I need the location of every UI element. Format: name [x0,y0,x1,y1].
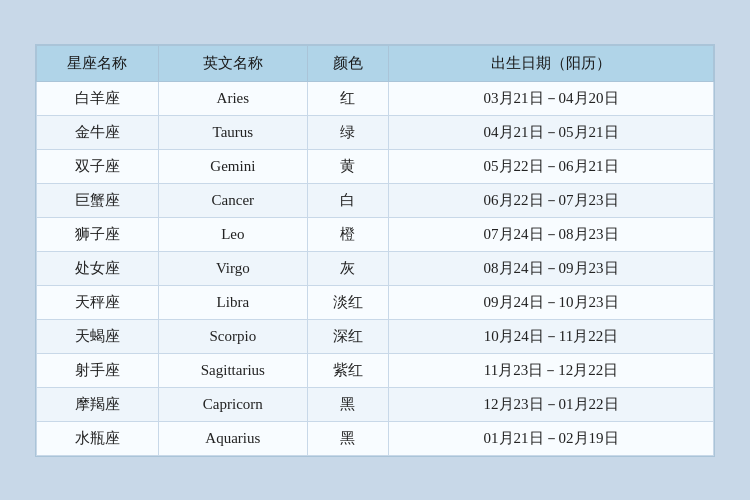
cell-en-6: Libra [158,285,307,319]
cell-en-2: Gemini [158,149,307,183]
cell-color-8: 紫红 [307,353,388,387]
cell-color-3: 白 [307,183,388,217]
cell-zh-3: 巨蟹座 [37,183,159,217]
cell-en-10: Aquarius [158,421,307,455]
cell-date-6: 09月24日－10月23日 [389,285,714,319]
table-row: 双子座Gemini黄05月22日－06月21日 [37,149,714,183]
cell-color-4: 橙 [307,217,388,251]
cell-zh-9: 摩羯座 [37,387,159,421]
cell-zh-6: 天秤座 [37,285,159,319]
cell-en-4: Leo [158,217,307,251]
cell-zh-10: 水瓶座 [37,421,159,455]
cell-date-3: 06月22日－07月23日 [389,183,714,217]
header-date: 出生日期（阳历） [389,45,714,81]
cell-en-8: Sagittarius [158,353,307,387]
cell-date-7: 10月24日－11月22日 [389,319,714,353]
zodiac-table-container: 星座名称 英文名称 颜色 出生日期（阳历） 白羊座Aries红03月21日－04… [35,44,715,457]
header-en: 英文名称 [158,45,307,81]
table-row: 狮子座Leo橙07月24日－08月23日 [37,217,714,251]
cell-color-1: 绿 [307,115,388,149]
cell-date-10: 01月21日－02月19日 [389,421,714,455]
cell-color-6: 淡红 [307,285,388,319]
cell-zh-5: 处女座 [37,251,159,285]
table-row: 金牛座Taurus绿04月21日－05月21日 [37,115,714,149]
cell-color-0: 红 [307,81,388,115]
cell-zh-2: 双子座 [37,149,159,183]
cell-color-7: 深红 [307,319,388,353]
table-row: 处女座Virgo灰08月24日－09月23日 [37,251,714,285]
header-zh: 星座名称 [37,45,159,81]
cell-zh-1: 金牛座 [37,115,159,149]
cell-en-1: Taurus [158,115,307,149]
table-body: 白羊座Aries红03月21日－04月20日金牛座Taurus绿04月21日－0… [37,81,714,455]
table-row: 天秤座Libra淡红09月24日－10月23日 [37,285,714,319]
header-color: 颜色 [307,45,388,81]
table-row: 白羊座Aries红03月21日－04月20日 [37,81,714,115]
table-row: 巨蟹座Cancer白06月22日－07月23日 [37,183,714,217]
cell-date-9: 12月23日－01月22日 [389,387,714,421]
table-row: 水瓶座Aquarius黑01月21日－02月19日 [37,421,714,455]
table-row: 射手座Sagittarius紫红11月23日－12月22日 [37,353,714,387]
cell-date-2: 05月22日－06月21日 [389,149,714,183]
cell-zh-4: 狮子座 [37,217,159,251]
table-row: 天蝎座Scorpio深红10月24日－11月22日 [37,319,714,353]
cell-en-3: Cancer [158,183,307,217]
cell-en-5: Virgo [158,251,307,285]
table-row: 摩羯座Capricorn黑12月23日－01月22日 [37,387,714,421]
cell-zh-8: 射手座 [37,353,159,387]
cell-zh-7: 天蝎座 [37,319,159,353]
zodiac-table: 星座名称 英文名称 颜色 出生日期（阳历） 白羊座Aries红03月21日－04… [36,45,714,456]
cell-color-10: 黑 [307,421,388,455]
cell-date-1: 04月21日－05月21日 [389,115,714,149]
cell-en-7: Scorpio [158,319,307,353]
table-header-row: 星座名称 英文名称 颜色 出生日期（阳历） [37,45,714,81]
cell-color-5: 灰 [307,251,388,285]
cell-zh-0: 白羊座 [37,81,159,115]
cell-en-9: Capricorn [158,387,307,421]
cell-color-9: 黑 [307,387,388,421]
cell-date-4: 07月24日－08月23日 [389,217,714,251]
cell-date-8: 11月23日－12月22日 [389,353,714,387]
cell-en-0: Aries [158,81,307,115]
cell-date-5: 08月24日－09月23日 [389,251,714,285]
cell-date-0: 03月21日－04月20日 [389,81,714,115]
cell-color-2: 黄 [307,149,388,183]
